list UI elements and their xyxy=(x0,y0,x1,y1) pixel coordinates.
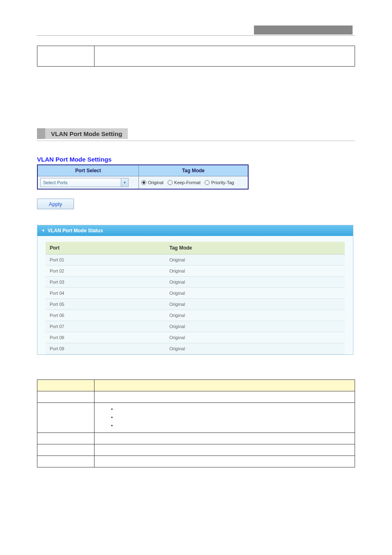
upper-empty-table xyxy=(37,46,355,67)
radio-original[interactable] xyxy=(141,180,146,185)
table-row: Port 06Original xyxy=(46,310,345,321)
chevron-down-icon: ▼ xyxy=(121,178,128,187)
port-cell: Port 06 xyxy=(46,310,165,321)
mode-cell: Original xyxy=(165,277,345,288)
port-select-dropdown[interactable]: Select Ports ▼ xyxy=(40,178,129,187)
status-panel: ▼ VLAN Port Mode Status Port Tag Mode Po… xyxy=(37,225,353,355)
mode-cell: Original xyxy=(165,321,345,332)
bullet-icon: • xyxy=(111,422,350,430)
desc-header-description xyxy=(95,380,355,391)
bullet-icon: • xyxy=(111,414,350,422)
port-cell: Port 05 xyxy=(46,299,165,310)
radio-keep-format[interactable] xyxy=(168,180,173,185)
top-divider xyxy=(37,35,355,36)
description-table: • • • xyxy=(37,379,355,467)
mode-cell: Original xyxy=(165,266,345,277)
radio-priority-tag[interactable] xyxy=(205,180,210,185)
mode-cell: Original xyxy=(165,299,345,310)
desc-header-object xyxy=(37,380,95,391)
status-header-port: Port xyxy=(46,242,165,254)
settings-table: Port Select Tag Mode Select Ports ▼ Orig… xyxy=(37,164,249,190)
table-row: Port 09Original xyxy=(46,343,345,354)
mode-cell: Original xyxy=(165,310,345,321)
port-cell: Port 03 xyxy=(46,277,165,288)
section-divider xyxy=(37,141,355,141)
table-row: Port 04Original xyxy=(46,288,345,299)
port-cell: Port 01 xyxy=(46,254,165,266)
radio-keep-format-label: Keep-Format xyxy=(174,180,201,185)
port-cell: Port 04 xyxy=(46,288,165,299)
table-row: Port 02Original xyxy=(46,266,345,277)
tag-mode-radio-group: Original Keep-Format Priority-Tag xyxy=(141,180,245,185)
table-row: Port 07Original xyxy=(46,321,345,332)
heading-left-block xyxy=(37,128,45,139)
table-row: Port 05Original xyxy=(46,299,345,310)
status-header-tag-mode: Tag Mode xyxy=(165,242,345,254)
screenshot-area: VLAN Port Mode Settings Port Select Tag … xyxy=(37,156,353,355)
section-heading-row: VLAN Port Mode Setting xyxy=(37,128,392,139)
bullet-icon: • xyxy=(111,405,350,414)
mode-cell: Original xyxy=(165,332,345,343)
header-gray-bar xyxy=(254,25,353,35)
chevron-down-icon: ▼ xyxy=(42,229,45,233)
mode-cell: Original xyxy=(165,343,345,354)
section-heading: VLAN Port Mode Setting xyxy=(45,128,128,139)
port-cell: Port 09 xyxy=(46,343,165,354)
radio-priority-tag-label: Priority-Tag xyxy=(211,180,234,185)
port-cell: Port 08 xyxy=(46,332,165,343)
settings-header-port-select: Port Select xyxy=(37,165,138,176)
settings-header-tag-mode: Tag Mode xyxy=(138,165,248,176)
status-table: Port Tag Mode Port 01Original Port 02Ori… xyxy=(46,242,345,354)
bullet-list: • • • xyxy=(99,405,350,430)
status-panel-header[interactable]: ▼ VLAN Port Mode Status xyxy=(37,225,353,236)
port-cell: Port 02 xyxy=(46,266,165,277)
apply-button[interactable]: Apply xyxy=(37,199,74,209)
table-row: Port 03Original xyxy=(46,277,345,288)
status-panel-title: VLAN Port Mode Status xyxy=(48,228,103,234)
port-cell: Port 07 xyxy=(46,321,165,332)
port-select-dropdown-text: Select Ports xyxy=(41,180,121,185)
radio-original-label: Original xyxy=(148,180,164,185)
table-row: Port 01Original xyxy=(46,254,345,266)
table-row: Port 08Original xyxy=(46,332,345,343)
settings-title: VLAN Port Mode Settings xyxy=(37,156,353,163)
mode-cell: Original xyxy=(165,288,345,299)
mode-cell: Original xyxy=(165,254,345,266)
